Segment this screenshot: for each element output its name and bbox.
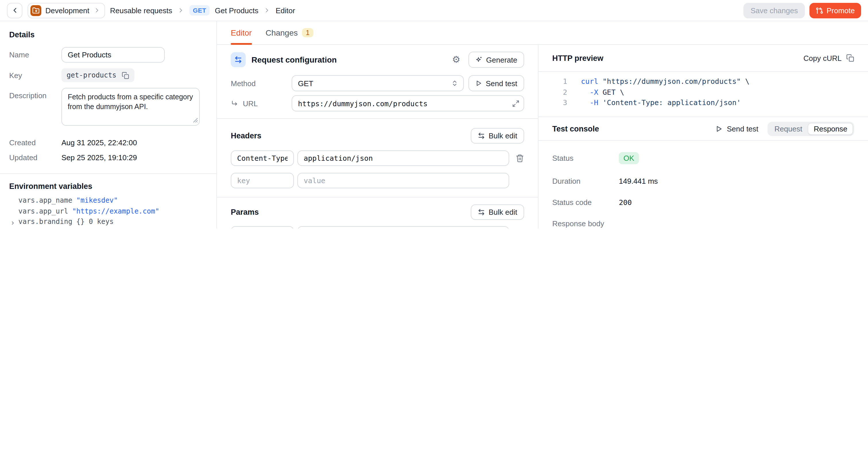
details-heading: Details xyxy=(9,30,199,39)
expand-icon[interactable] xyxy=(512,99,520,110)
duration-label: Duration xyxy=(552,177,619,185)
request-configuration-title: Request configuration xyxy=(251,55,337,64)
editor-tab-bar: Editor Changes 1 xyxy=(217,21,868,45)
method-value: GET xyxy=(298,79,313,88)
chevron-right-icon[interactable]: › xyxy=(11,218,14,228)
header-value-input[interactable] xyxy=(298,150,509,166)
tab-changes[interactable]: Changes 1 xyxy=(266,21,313,44)
breadcrumb-page[interactable]: Editor xyxy=(276,6,295,14)
top-bar: Development Reusable requests GET Get Pr… xyxy=(0,0,868,21)
copy-icon[interactable] xyxy=(121,71,129,79)
tab-changes-label: Changes xyxy=(266,28,298,37)
header-key-input[interactable] xyxy=(231,173,294,188)
swap-arrows-icon xyxy=(477,132,485,140)
generate-button[interactable]: Generate xyxy=(468,52,524,68)
response-tab[interactable]: Response xyxy=(808,123,853,134)
tab-editor-label: Editor xyxy=(231,28,252,37)
duration-value: 149.441 ms xyxy=(619,177,658,185)
promote-button[interactable]: Promote xyxy=(809,3,861,18)
changes-count-badge: 1 xyxy=(302,28,313,37)
url-input[interactable] xyxy=(291,95,524,111)
tree-key: vars.branding xyxy=(19,218,72,226)
headers-section: Headers Bulk edit xyxy=(217,119,538,197)
tree-row: vars.app_name"mikesdev" xyxy=(9,196,199,207)
headers-heading: Headers xyxy=(231,131,261,140)
details-section: Details Name Key get-products Descriptio… xyxy=(0,21,216,174)
header-rows xyxy=(231,150,524,166)
key-value: get-products xyxy=(67,71,116,79)
copy-curl-label: Copy cURL xyxy=(803,54,842,62)
back-button[interactable] xyxy=(7,3,22,18)
http-preview-header: HTTP preview Copy cURL xyxy=(538,45,868,72)
breadcrumb-reusable-requests[interactable]: Reusable requests xyxy=(110,6,172,14)
preview-panel: HTTP preview Copy cURL 1curl "https://du… xyxy=(538,45,868,228)
description-textarea[interactable]: Fetch products from a specific category … xyxy=(61,88,200,126)
promote-icon xyxy=(816,7,823,14)
url-label: URL xyxy=(243,99,258,108)
name-input[interactable] xyxy=(61,47,165,63)
params-section: Params Bulk edit xyxy=(217,197,538,228)
swap-arrows-icon xyxy=(477,208,485,216)
line-number: 2 xyxy=(552,87,567,98)
curl-preview-code: 1curl "https://dummyjson.com/products" \… xyxy=(538,72,868,117)
console-send-test-button[interactable]: Send test xyxy=(715,124,758,133)
description-label: Description xyxy=(9,88,61,100)
params-bulk-edit-button[interactable]: Bulk edit xyxy=(471,204,524,220)
param-value-input[interactable] xyxy=(298,226,509,228)
bulk-edit-label: Bulk edit xyxy=(489,131,517,140)
test-console-title: Test console xyxy=(552,124,599,133)
param-key-input[interactable] xyxy=(231,226,294,228)
key-badge: get-products xyxy=(61,68,134,82)
chevron-right-icon xyxy=(177,7,184,14)
code-token: 'Content-Type: application/json' xyxy=(602,98,741,107)
chevron-right-icon xyxy=(264,7,270,14)
code-token: "https://dummyjson.com/products" xyxy=(602,77,741,86)
tree-key: vars.app_name xyxy=(19,196,72,204)
save-changes-button[interactable]: Save changes xyxy=(744,3,805,18)
environment-variables-tree: vars.app_name"mikesdev"vars.app_url"http… xyxy=(9,196,199,228)
code-line: 1curl "https://dummyjson.com/products" \ xyxy=(552,77,854,87)
method-select[interactable]: GET xyxy=(291,75,464,91)
header-key-input[interactable] xyxy=(231,150,294,166)
tree-value: "mikesdev" xyxy=(76,196,118,204)
code-text: -H 'Content-Type: application/json' xyxy=(581,98,741,109)
params-heading: Params xyxy=(231,208,259,216)
code-token: -H xyxy=(590,98,598,107)
tab-editor[interactable]: Editor xyxy=(231,21,252,44)
request-editor-column: Request configuration ⚙ Generate Method xyxy=(217,45,538,228)
code-text: curl "https://dummyjson.com/products" \ xyxy=(581,77,749,87)
copy-curl-button[interactable]: Copy cURL xyxy=(803,54,854,62)
param-empty-row xyxy=(231,226,524,228)
environment-switcher[interactable]: Development xyxy=(28,3,105,18)
send-test-button[interactable]: Send test xyxy=(468,75,524,91)
request-response-toggle: Request Response xyxy=(768,121,854,136)
copy-icon xyxy=(846,54,854,62)
code-token xyxy=(581,88,590,96)
header-value-input[interactable] xyxy=(298,173,509,188)
resize-handle[interactable] xyxy=(193,115,198,125)
trash-icon[interactable] xyxy=(516,154,524,162)
created-label: Created xyxy=(9,139,61,147)
environment-variables-section: Environment variables vars.app_name"mike… xyxy=(0,174,216,228)
breadcrumb-request-name[interactable]: Get Products xyxy=(215,6,258,14)
gear-icon[interactable]: ⚙ xyxy=(452,55,460,64)
line-number: 3 xyxy=(552,98,567,109)
request-configuration-section: Request configuration ⚙ Generate Method xyxy=(217,45,538,119)
swap-arrows-icon xyxy=(231,52,246,67)
code-line: 2 -X GET \ xyxy=(552,87,854,98)
request-tab[interactable]: Request xyxy=(769,123,808,134)
test-console-header: Test console Send test Request Response xyxy=(538,117,868,141)
status-badge: OK xyxy=(619,152,639,164)
name-label: Name xyxy=(9,51,61,59)
http-preview-title: HTTP preview xyxy=(552,54,603,62)
console-send-test-label: Send test xyxy=(727,124,758,133)
generate-label: Generate xyxy=(486,55,517,64)
promote-label: Promote xyxy=(827,6,855,14)
status-code-label: Status code xyxy=(552,198,619,207)
created-value: Aug 31 2025, 22:42:00 xyxy=(61,139,137,147)
headers-bulk-edit-button[interactable]: Bulk edit xyxy=(471,128,524,144)
details-sidebar: Details Name Key get-products Descriptio… xyxy=(0,21,217,228)
response-body-label: Response body xyxy=(552,219,604,228)
bulk-edit-label: Bulk edit xyxy=(489,208,517,216)
tree-value: {} 0 keys xyxy=(76,218,114,226)
